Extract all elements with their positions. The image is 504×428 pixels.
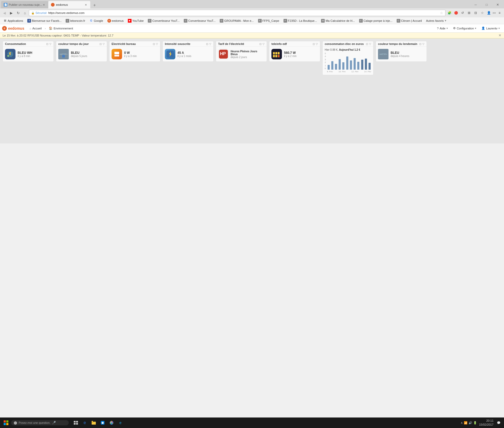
y-label-2: 2	[325, 61, 326, 64]
toolbar-btn-4[interactable]: ⊟	[473, 10, 479, 16]
menu-button[interactable]: ≡	[497, 10, 502, 16]
widget-intensite-pin[interactable]: ⊡	[206, 43, 208, 45]
tab-2-close[interactable]: ✕	[84, 3, 88, 7]
tab-1[interactable]: 📄 Publier un nouveau suje... ✕	[1, 1, 48, 8]
task-view-button[interactable]	[72, 419, 80, 427]
bookmark-f235d[interactable]: F F235D - La Boutique...	[282, 18, 319, 23]
nav-user[interactable]: 👤 Laurentv ▼	[480, 26, 502, 30]
consommation-icon	[5, 49, 15, 59]
home-button[interactable]: ⌂	[22, 10, 28, 16]
widget-consommation-settings[interactable]: ▽	[49, 43, 51, 45]
tab-2[interactable]: eedomus ✕	[48, 1, 90, 8]
reload-button[interactable]: ↻	[15, 10, 21, 16]
widget-tarif-pin[interactable]: ⊡	[259, 43, 261, 45]
bookmark-applications[interactable]: ⊞ Applications	[2, 18, 25, 23]
widget-tempo-lendemain-pin[interactable]: ⊡	[419, 43, 421, 45]
electricite-values: 0 W il y a 3 min	[124, 51, 137, 58]
minimize-button[interactable]: ─	[470, 1, 481, 8]
bookmark-conv1[interactable]: C Convertisseur YouT...	[146, 18, 181, 23]
store-icon[interactable]	[99, 419, 107, 427]
file-explorer-icon[interactable]	[90, 419, 98, 427]
windows-start-button[interactable]	[2, 419, 10, 427]
intensite-main: 45 A	[177, 51, 191, 55]
toolbar-btn-6[interactable]: 👤	[486, 10, 492, 16]
widget-intensite-settings[interactable]: ▽	[209, 43, 211, 45]
user-arrow: ▼	[498, 27, 500, 30]
notification-close[interactable]: ✕	[498, 33, 501, 37]
maximize-button[interactable]: □	[481, 1, 492, 8]
widget-tempo-jour-pin[interactable]: ⊡	[99, 43, 102, 45]
bookmark-calc[interactable]: M Ma Calculatrice de H...	[319, 18, 356, 23]
bookmark-groupama[interactable]: G GROUPAMA - Mon e...	[218, 18, 255, 23]
tray-volume[interactable]: 🔊	[469, 421, 472, 425]
tray-battery[interactable]: 🔋	[473, 421, 477, 425]
bookmark-autres[interactable]: Autres favoris ▼	[424, 19, 448, 23]
chart-x-labels: 8. Fév 10. Fév 12. Fév 14. Fév	[327, 70, 371, 73]
action-center-button[interactable]: 💬	[496, 420, 502, 426]
tarif-values: Heures Pleines Jours Bleus depuis 2 jour…	[230, 50, 265, 59]
toolbar-btn-1[interactable]: 🔴	[453, 10, 459, 16]
edge-browser-icon[interactable]: e	[81, 419, 89, 427]
bookmark-youtube[interactable]: ▶ YouTube	[126, 18, 145, 23]
bar-9	[357, 62, 359, 70]
widget-electricite-body: 0 W il y a 3 min	[109, 47, 160, 61]
widget-euros-settings[interactable]: ▽	[369, 43, 371, 45]
tab-1-close[interactable]: ✕	[42, 3, 46, 7]
svg-rect-17	[275, 55, 277, 57]
toolbar-btn-5[interactable]: ☆	[479, 10, 485, 16]
widget-tempo-lendemain-settings[interactable]: ▽	[422, 43, 424, 45]
toolbar-btn-2[interactable]: ↺	[460, 10, 465, 16]
bookmark-leboncoin[interactable]: L leboncoin.fr	[64, 18, 87, 23]
bookmark-leboncoin-label: leboncoin.fr	[70, 19, 85, 22]
bookmark-citroen[interactable]: C Citroen | Accueil	[395, 18, 423, 23]
widget-tarif-settings[interactable]: ▽	[262, 43, 265, 45]
bookmark-youtube-icon: ▶	[128, 19, 132, 23]
nav-home[interactable]: ⌂ Accueil	[27, 26, 44, 31]
extensions-more[interactable]: >>	[492, 11, 496, 14]
bookmark-eedomus[interactable]: e eedomus	[106, 18, 125, 23]
widget-teleinfo-settings[interactable]: ▽	[316, 43, 318, 45]
x-label-4: 14. Fév	[364, 70, 371, 73]
app-logo[interactable]: e eedomus	[2, 26, 24, 31]
bookmark-google[interactable]: G Google	[88, 18, 104, 23]
tab-1-favicon: 📄	[4, 3, 7, 7]
widget-euros-pin[interactable]: ⊡	[366, 43, 368, 45]
bookmark-ffps[interactable]: F FFPS_Carpe	[256, 18, 281, 23]
svg-rect-19	[4, 420, 6, 422]
forward-button[interactable]: ▶	[8, 10, 14, 16]
bookmark-facebook[interactable]: f Bienvenue sur Faceb...	[26, 18, 63, 23]
app-nav: ⌂ Accueil › 🏠 Environnement	[27, 25, 435, 31]
widget-consommaton-euros: consommaton élec en euros ⊡ ▽ Hier 0.88 …	[322, 41, 374, 75]
nav-help[interactable]: ? Aide ▼	[435, 26, 450, 30]
taskbar-search[interactable]: ⬤ Posez-moi une question. 🎤	[11, 420, 69, 425]
bar-12	[369, 63, 371, 70]
chrome-icon[interactable]	[108, 419, 116, 427]
toolbar-btn-3[interactable]: ⊞	[466, 10, 472, 16]
widget-teleinfo-header: teleinfo edf ⊡ ▽	[269, 41, 320, 47]
extensions-button[interactable]: 🧩	[447, 10, 452, 16]
bookmark-conv2[interactable]: C Convertisseur YouT...	[182, 18, 217, 23]
widget-tempo-jour-settings[interactable]: ▽	[103, 43, 105, 45]
taskbar-right: ∧ 📶 🔊 🔋 20:11 15/02/2017 💬	[461, 419, 502, 427]
back-button[interactable]: ◀	[2, 10, 7, 16]
taskbar-clock[interactable]: 20:11 15/02/2017	[479, 419, 494, 427]
close-button[interactable]: ✕	[492, 1, 503, 8]
bookmark-groupama-icon: G	[220, 19, 223, 23]
nav-config[interactable]: ⚙ Configuration ▼	[452, 26, 478, 30]
widget-electricite-settings[interactable]: ▽	[156, 43, 158, 45]
widget-teleinfo-pin[interactable]: ⊡	[313, 43, 315, 45]
widget-consommation-pin[interactable]: ⊡	[46, 43, 48, 45]
tray-network[interactable]: 📶	[464, 421, 468, 425]
bookmark-star[interactable]: ☆	[440, 11, 443, 15]
widget-electricite-pin[interactable]: ⊡	[153, 43, 155, 45]
tray-expand[interactable]: ∧	[461, 421, 463, 425]
bookmark-calage[interactable]: C Calage pompe à inje...	[358, 18, 394, 23]
widget-consommation-header: Consommation ⊡ ▽	[3, 41, 54, 47]
app-logo-icon: e	[2, 26, 7, 31]
svg-rect-15	[278, 52, 280, 54]
address-bar[interactable]: 🔒 Sécurisé https://secure.eedomus.com ☆	[29, 10, 445, 16]
nav-environment[interactable]: 🏠 Environnement	[47, 25, 75, 31]
new-tab-button[interactable]: +	[91, 2, 98, 8]
ie-icon[interactable]: e	[117, 419, 124, 427]
svg-rect-21	[4, 423, 6, 425]
